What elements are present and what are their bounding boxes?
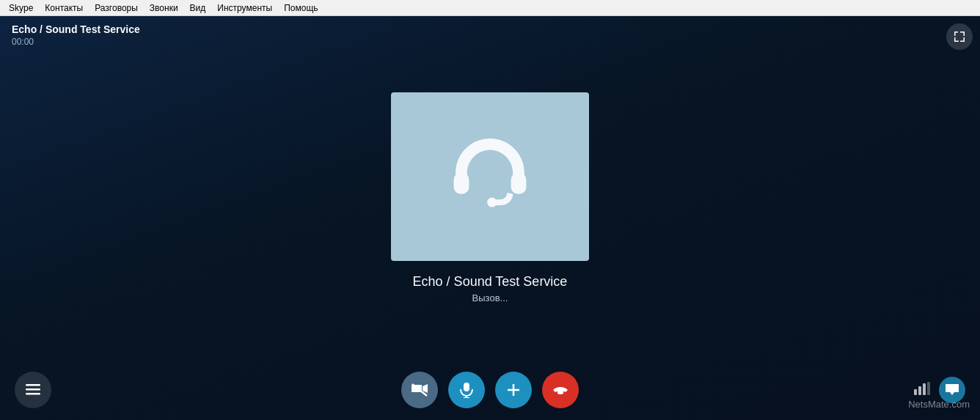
left-controls (15, 372, 51, 408)
menu-skype[interactable]: Skype (3, 1, 39, 15)
list-button[interactable] (15, 372, 51, 408)
svg-rect-4 (26, 388, 40, 391)
svg-point-2 (487, 197, 497, 207)
mic-button[interactable] (448, 372, 485, 408)
svg-rect-5 (26, 393, 40, 395)
call-area: Echo / Sound Test Service 00:00 Echo / S… (0, 16, 980, 420)
call-timer: 00:00 (12, 37, 140, 47)
menubar: Skype Контакты Разговоры Звонки Вид Инст… (0, 0, 980, 16)
svg-rect-7 (464, 383, 469, 391)
avatar-box (391, 92, 589, 261)
menu-contacts[interactable]: Контакты (39, 1, 89, 15)
svg-rect-13 (918, 386, 921, 395)
menu-view[interactable]: Вид (184, 1, 212, 15)
menu-help[interactable]: Помощь (278, 1, 323, 15)
call-title: Echo / Sound Test Service (12, 23, 140, 35)
video-off-button[interactable] (401, 372, 438, 408)
bottom-bar (0, 364, 980, 420)
menu-calls[interactable]: Звонки (144, 1, 184, 15)
headset-icon (442, 129, 538, 224)
svg-rect-0 (454, 172, 469, 194)
svg-rect-3 (26, 384, 40, 386)
center-controls (401, 372, 579, 408)
signal-icon (914, 382, 930, 398)
call-header: Echo / Sound Test Service 00:00 (0, 16, 152, 54)
end-call-button[interactable] (542, 372, 579, 408)
call-status: Вызов... (472, 292, 508, 303)
menu-conversations[interactable]: Разговоры (89, 1, 144, 15)
svg-rect-1 (511, 172, 527, 194)
center-content: Echo / Sound Test Service Вызов... (0, 16, 980, 364)
contact-name: Echo / Sound Test Service (413, 274, 568, 290)
menu-tools[interactable]: Инструменты (211, 1, 278, 15)
svg-rect-15 (927, 382, 930, 395)
add-button[interactable] (495, 372, 532, 408)
watermark: NetsMate.com (908, 399, 970, 410)
expand-button[interactable] (946, 23, 973, 50)
svg-rect-12 (914, 389, 917, 395)
svg-rect-14 (923, 383, 926, 395)
